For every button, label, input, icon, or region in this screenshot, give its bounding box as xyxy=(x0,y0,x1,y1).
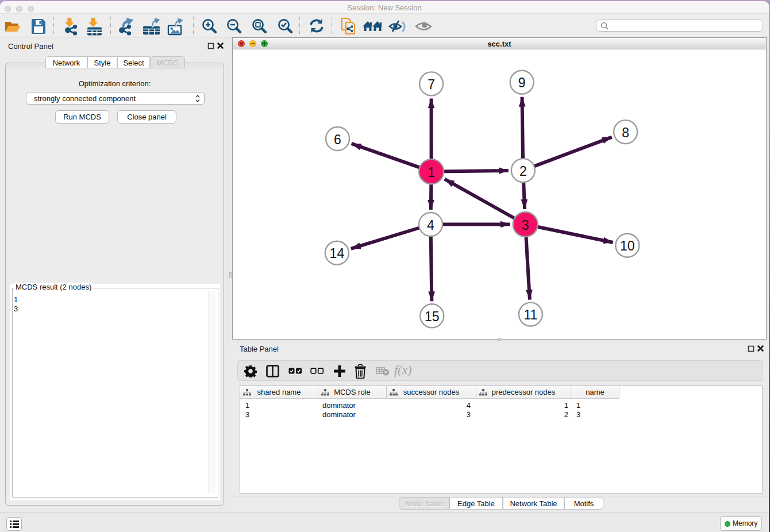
svg-text:3: 3 xyxy=(522,218,529,233)
svg-text:8: 8 xyxy=(622,125,629,140)
svg-text:15: 15 xyxy=(425,309,440,324)
svg-text:6: 6 xyxy=(334,132,341,147)
svg-text:9: 9 xyxy=(518,75,526,90)
svg-text:1: 1 xyxy=(428,165,435,180)
svg-text:14: 14 xyxy=(330,246,345,261)
svg-text:4: 4 xyxy=(427,218,434,233)
svg-text:10: 10 xyxy=(620,238,635,253)
svg-text:11: 11 xyxy=(523,307,537,322)
svg-text:2: 2 xyxy=(519,164,527,179)
svg-text:7: 7 xyxy=(428,77,435,92)
